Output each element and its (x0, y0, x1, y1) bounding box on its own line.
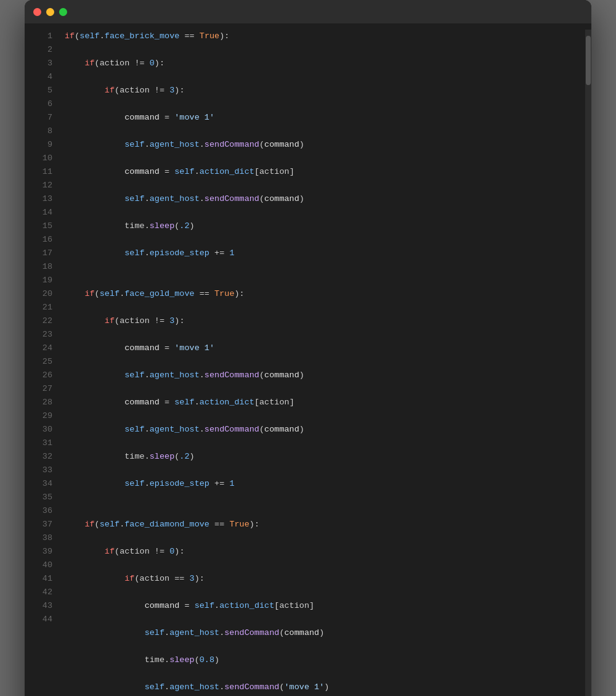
code-block: if(self.face_brick_move == True): if(act… (65, 30, 579, 696)
line-numbers: 12345 678910 1112131415 1617181920 21222… (25, 30, 59, 696)
titlebar (25, 0, 591, 23)
code-content[interactable]: if(self.face_brick_move == True): if(act… (59, 30, 585, 696)
close-button[interactable] (33, 8, 41, 16)
scrollbar-thumb[interactable] (586, 36, 591, 85)
minimize-button[interactable] (46, 8, 54, 16)
maximize-button[interactable] (59, 8, 67, 16)
editor-area: 12345 678910 1112131415 1617181920 21222… (25, 23, 591, 696)
editor-window: 12345 678910 1112131415 1617181920 21222… (25, 0, 591, 696)
vertical-scrollbar[interactable] (585, 30, 591, 696)
